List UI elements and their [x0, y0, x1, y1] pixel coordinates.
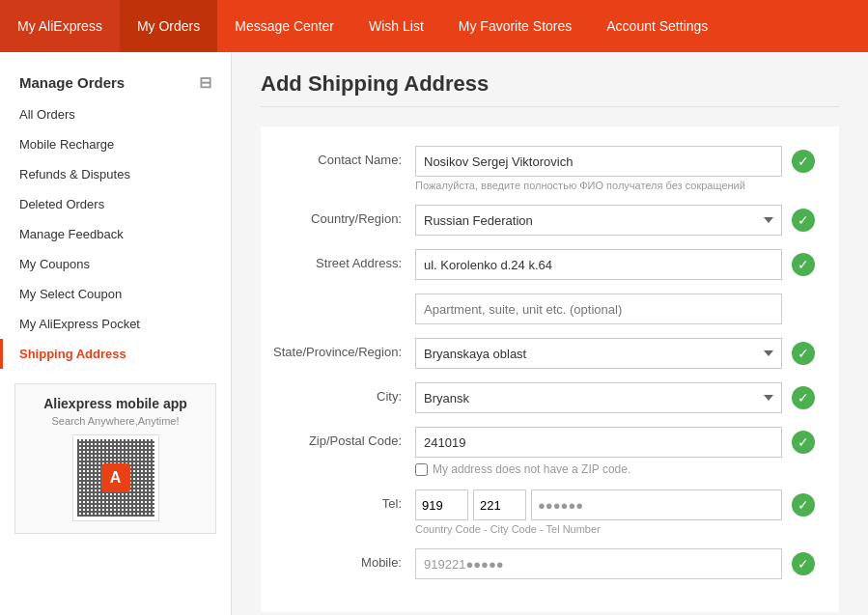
zip-checkbox-label: My address does not have a ZIP code. [433, 462, 630, 476]
nav-wish-list[interactable]: Wish List [351, 0, 441, 52]
city-valid-icon: ✓ [792, 386, 815, 409]
add-address-form: Contact Name: Пожалуйста, введите полнос… [261, 126, 839, 612]
zip-no-zip-checkbox[interactable] [415, 463, 428, 476]
content-area: Add Shipping Address Contact Name: Пожал… [232, 52, 868, 615]
country-row: Country/Region: Russian Federation ✓ [261, 205, 820, 236]
country-valid-icon: ✓ [792, 209, 815, 232]
nav-my-aliexpress[interactable]: My AliExpress [0, 0, 120, 52]
apartment-label [261, 294, 415, 300]
zip-checkbox-row: My address does not have a ZIP code. [415, 462, 782, 476]
expand-icon[interactable]: ⊟ [199, 73, 211, 92]
sidebar: Manage Orders ⊟ All Orders Mobile Rechar… [0, 52, 232, 615]
contact-name-valid-icon: ✓ [792, 150, 815, 173]
city-row: City: Bryansk ✓ [261, 382, 820, 413]
sidebar-item-refunds-disputes[interactable]: Refunds & Disputes [0, 159, 231, 189]
sidebar-item-aliexpress-pocket[interactable]: My AliExpress Pocket [0, 309, 231, 339]
sidebar-item-manage-feedback[interactable]: Manage Feedback [0, 219, 231, 249]
zip-valid-icon: ✓ [792, 431, 815, 454]
country-field-wrap: Russian Federation [415, 205, 782, 236]
tel-country-code-input[interactable] [415, 489, 468, 520]
tel-valid-icon: ✓ [792, 493, 815, 517]
state-select[interactable]: Bryanskaya oblast [415, 338, 782, 369]
country-label: Country/Region: [261, 205, 415, 226]
tel-label: Tel: [261, 489, 415, 511]
state-field-wrap: Bryanskaya oblast [415, 338, 782, 369]
tel-city-code-input[interactable] [473, 489, 526, 520]
street-valid-icon: ✓ [792, 253, 815, 276]
city-field-wrap: Bryansk [415, 382, 782, 413]
top-nav: My AliExpress My Orders Message Center W… [0, 0, 868, 52]
city-label: City: [261, 382, 415, 404]
zip-label: Zip/Postal Code: [261, 427, 415, 448]
apartment-input[interactable] [415, 294, 782, 324]
tel-row: Tel: Country Code - City Code - Tel Numb… [261, 489, 820, 535]
ali-logo-icon: A [101, 463, 130, 492]
nav-my-orders[interactable]: My Orders [120, 0, 217, 52]
contact-name-row: Contact Name: Пожалуйста, введите полнос… [261, 146, 820, 191]
sidebar-section-label: Manage Orders [19, 74, 125, 91]
state-row: State/Province/Region: Bryanskaya oblast… [261, 338, 820, 369]
sidebar-item-deleted-orders[interactable]: Deleted Orders [0, 189, 231, 219]
sidebar-item-all-orders[interactable]: All Orders [0, 99, 231, 129]
country-select[interactable]: Russian Federation [415, 205, 782, 236]
contact-name-label: Contact Name: [261, 146, 415, 167]
mobile-label: Mobile: [261, 548, 415, 570]
qr-code: A [72, 434, 159, 521]
mobile-row: Mobile: ✓ [261, 548, 820, 579]
app-title: Aliexpress mobile app [27, 396, 204, 411]
contact-name-input[interactable] [415, 146, 782, 177]
mobile-input[interactable] [415, 548, 782, 579]
city-select[interactable]: Bryansk [415, 382, 782, 413]
apartment-field-wrap [415, 294, 782, 324]
zip-row: Zip/Postal Code: My address does not hav… [261, 427, 820, 476]
street-field-wrap [415, 249, 782, 280]
apartment-row [261, 294, 820, 324]
street-label: Street Address: [261, 249, 415, 270]
zip-input[interactable] [415, 427, 782, 458]
main-layout: Manage Orders ⊟ All Orders Mobile Rechar… [0, 52, 868, 615]
nav-favorite-stores[interactable]: My Favorite Stores [441, 0, 589, 52]
tel-number-input[interactable] [531, 489, 782, 520]
state-label: State/Province/Region: [261, 338, 415, 359]
zip-field-wrap: My address does not have a ZIP code. [415, 427, 782, 476]
tel-inputs-group [415, 489, 782, 520]
sidebar-item-my-select-coupon[interactable]: My Select Coupon [0, 279, 231, 309]
sidebar-item-mobile-recharge[interactable]: Mobile Recharge [0, 129, 231, 159]
sidebar-section-title: Manage Orders ⊟ [0, 62, 231, 99]
nav-account-settings[interactable]: Account Settings [589, 0, 725, 52]
street-row: Street Address: ✓ [261, 249, 820, 280]
page-title: Add Shipping Address [261, 71, 839, 107]
tel-field-wrap: Country Code - City Code - Tel Number [415, 489, 782, 535]
sidebar-item-shipping-address[interactable]: Shipping Address [0, 339, 231, 369]
mobile-valid-icon: ✓ [792, 552, 815, 575]
street-input[interactable] [415, 249, 782, 280]
mobile-field-wrap [415, 548, 782, 579]
tel-hint: Country Code - City Code - Tel Number [415, 523, 782, 535]
contact-name-hint: Пожалуйста, введите полностью ФИО получа… [415, 180, 782, 191]
nav-message-center[interactable]: Message Center [217, 0, 351, 52]
app-subtitle: Search Anywhere,Anytime! [27, 415, 204, 427]
contact-name-field-wrap: Пожалуйста, введите полностью ФИО получа… [415, 146, 782, 191]
sidebar-item-my-coupons[interactable]: My Coupons [0, 249, 231, 279]
state-valid-icon: ✓ [792, 342, 815, 365]
mobile-app-promo: Aliexpress mobile app Search Anywhere,An… [14, 383, 216, 534]
